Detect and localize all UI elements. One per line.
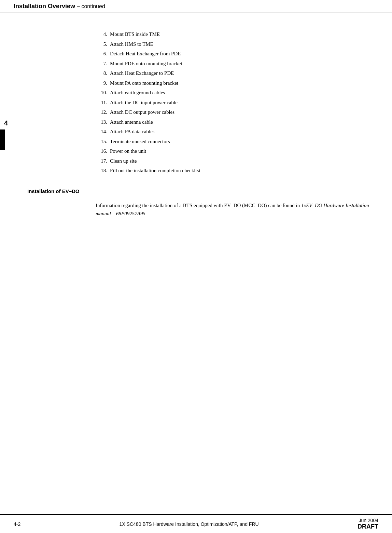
list-item: 14.Attach PA data cables [96,128,372,136]
main-content: 4.Mount BTS inside TME5.Attach HMS to TM… [20,13,392,533]
list-item-text: Attach PA data cables [110,128,155,136]
list-item-number: 11. [96,99,110,107]
list-item-number: 18. [96,167,110,175]
list-item-text: Terminate unused connectors [110,138,170,146]
list-item-text: Mount PDE onto mounting bracket [110,60,182,68]
list-item-number: 6. [96,50,110,58]
header-title: Installation Overview – continued [14,3,105,10]
list-item-number: 9. [96,79,110,87]
sidebar-chapter-number: 4 [4,119,8,127]
header-title-text: Installation Overview [14,3,75,10]
list-item-text: Power on the unit [110,147,146,155]
list-item: 16.Power on the unit [96,147,372,155]
list-item-text: Attach Heat Exchanger to PDE [110,69,174,77]
list-item: 7.Mount PDE onto mounting bracket [96,60,372,68]
page-container: Installation Overview – continued 4 4.Mo… [0,0,392,533]
list-item-number: 8. [96,69,110,77]
list-item: 15.Terminate unused connectors [96,138,372,146]
content-area: 4 4.Mount BTS inside TME5.Attach HMS to … [0,13,392,533]
footer-right: Jun 2004 DRAFT [358,518,378,530]
paragraph-plain-text: Information regarding the installation o… [96,203,301,208]
list-item-number: 15. [96,138,110,146]
list-item-number: 7. [96,60,110,68]
list-item-text: Detach Heat Exchanger from PDE [110,50,181,58]
list-item-number: 12. [96,108,110,116]
footer-draft: DRAFT [358,523,378,530]
footer-date: Jun 2004 [359,518,378,523]
list-item: 4.Mount BTS inside TME [96,30,372,38]
page-header: Installation Overview – continued [0,0,392,13]
list-item-number: 10. [96,89,110,97]
numbered-list: 4.Mount BTS inside TME5.Attach HMS to TM… [96,30,372,175]
list-item-text: Attach earth ground cables [110,89,165,97]
header-subtitle: – continued [77,3,105,9]
list-item-text: Attach HMS to TME [110,40,153,48]
list-item: 6.Detach Heat Exchanger from PDE [96,50,372,58]
list-item: 13.Attach antenna cable [96,118,372,126]
list-item-text: Mount BTS inside TME [110,30,160,38]
list-item-text: Attach the DC input power cable [110,99,178,107]
list-item-text: Fill out the installation completion che… [110,167,200,175]
sidebar-black-bar [0,129,5,150]
list-item: 8.Attach Heat Exchanger to PDE [96,69,372,77]
list-item: 18.Fill out the installation completion … [96,167,372,175]
list-item-number: 17. [96,157,110,165]
footer-page-number: 4-2 [14,521,20,527]
list-item-number: 13. [96,118,110,126]
list-item-number: 4. [96,30,110,38]
list-item: 12.Attach DC output power cables [96,108,372,116]
section-heading-text: Installation of EV–DO [27,188,80,194]
list-item: 11.Attach the DC input power cable [96,99,372,107]
section-paragraph: Information regarding the installation o… [96,201,372,218]
footer-center-text: 1X SC480 BTS Hardware Installation, Opti… [120,521,259,527]
list-item-text: Attach DC output power cables [110,108,174,116]
list-item-text: Attach antenna cable [110,118,153,126]
list-item-number: 5. [96,40,110,48]
list-item-number: 16. [96,147,110,155]
list-item-text: Mount PA onto mounting bracket [110,79,178,87]
list-item: 10.Attach earth ground cables [96,89,372,97]
list-item-number: 14. [96,128,110,136]
list-item-text: Clean up site [110,157,137,165]
section-heading: Installation of EV–DO [27,188,372,194]
left-sidebar: 4 [0,13,20,533]
list-item: 17.Clean up site [96,157,372,165]
list-item: 5.Attach HMS to TME [96,40,372,48]
page-footer: 4-2 1X SC480 BTS Hardware Installation, … [0,514,392,533]
list-item: 9.Mount PA onto mounting bracket [96,79,372,87]
